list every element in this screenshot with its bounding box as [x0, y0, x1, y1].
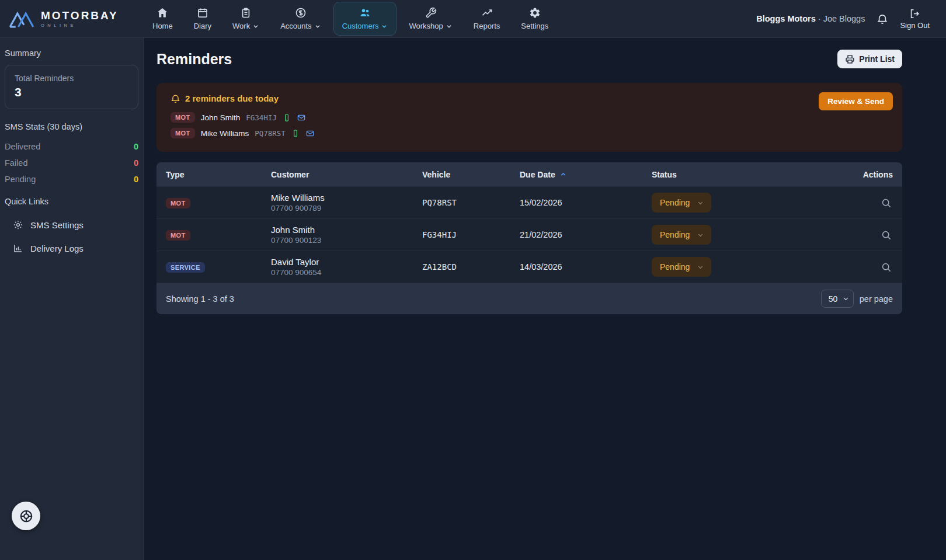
banner-title: 2 reminders due today [171, 93, 888, 103]
motorbay-logo-icon [8, 9, 35, 29]
clipboard-icon [240, 7, 252, 19]
top-bar: MOTORBAY ONLINE Home Diary Work Accounts… [0, 0, 946, 38]
chevron-down-icon [697, 263, 704, 271]
sort-ascending-icon [559, 171, 567, 178]
nav-item-home[interactable]: Home [144, 2, 182, 36]
users-icon [359, 7, 371, 19]
customer-phone: 07700 900654 [271, 268, 422, 277]
search-icon [881, 229, 892, 241]
vehicle-registration: FG34HIJ [422, 230, 520, 239]
help-button[interactable] [12, 502, 40, 530]
total-reminders-value: 3 [15, 85, 128, 99]
nav-item-reports[interactable]: Reports [465, 2, 509, 36]
search-icon [881, 197, 892, 208]
total-reminders-label: Total Reminders [15, 74, 128, 83]
send-sms-button[interactable] [291, 129, 300, 138]
nav-label: Diary [194, 22, 211, 30]
chevron-down-icon [446, 23, 453, 30]
print-list-label: Print List [859, 54, 895, 64]
printer-icon [845, 54, 855, 64]
customer-name: David Taylor [271, 257, 422, 267]
search-icon [881, 262, 892, 273]
due-today-banner: 2 reminders due today MOT John Smith FG3… [156, 83, 902, 152]
stat-label: Failed [5, 158, 28, 168]
review-send-button[interactable]: Review & Send [819, 92, 893, 110]
trend-chart-icon [481, 7, 493, 19]
print-list-button[interactable]: Print List [837, 50, 902, 68]
nav-item-diary[interactable]: Diary [185, 2, 220, 36]
nav-item-settings[interactable]: Settings [512, 2, 557, 36]
bar-chart-icon [13, 243, 23, 253]
nav-item-workshop[interactable]: Workshop [400, 2, 461, 36]
nav-label: Customers [342, 22, 388, 30]
send-sms-button[interactable] [283, 113, 291, 122]
banner-reminder-item: MOT Mike Williams PQ78RST [171, 128, 888, 138]
send-email-button[interactable] [305, 129, 315, 138]
sidebar: Summary Total Reminders 3 SMS Stats (30 … [0, 38, 144, 560]
bell-icon [877, 13, 888, 25]
brand-name: MOTORBAY [41, 10, 119, 21]
vehicle-registration: FG34HIJ [246, 113, 277, 122]
customer-name: Mike Williams [201, 129, 249, 138]
stat-row-delivered: Delivered 0 [5, 138, 138, 155]
stat-row-failed: Failed 0 [5, 155, 138, 171]
quick-links-title: Quick Links [5, 197, 138, 206]
column-header-type[interactable]: Type [166, 170, 271, 179]
view-reminder-button[interactable] [879, 196, 893, 210]
due-date: 15/02/2026 [520, 198, 652, 207]
nav-item-work[interactable]: Work [224, 2, 268, 36]
send-email-button[interactable] [297, 113, 306, 122]
alert-bell-icon [171, 93, 180, 103]
column-header-actions: Actions [799, 170, 893, 179]
gear-icon [529, 7, 541, 19]
column-header-vehicle[interactable]: Vehicle [422, 170, 520, 179]
banner-title-text: 2 reminders due today [185, 93, 279, 103]
view-reminder-button[interactable] [879, 260, 893, 274]
table-footer: Showing 1 - 3 of 3 50 per page [156, 283, 902, 314]
nav-item-customers[interactable]: Customers [333, 2, 397, 36]
table-row: MOT John Smith 07700 900123 FG34HIJ 21/0… [156, 218, 902, 251]
nav-label: Accounts [280, 22, 321, 30]
status-select[interactable]: Pending [652, 257, 711, 277]
view-reminder-button[interactable] [879, 228, 893, 242]
banner-reminder-item: MOT John Smith FG34HIJ [171, 112, 888, 123]
stat-value: 0 [134, 175, 138, 184]
per-page-select[interactable]: 50 [821, 290, 854, 308]
total-reminders-card: Total Reminders 3 [5, 65, 138, 109]
nav-label: Work [232, 22, 259, 30]
sign-out-icon [909, 8, 920, 19]
mail-icon [305, 129, 315, 138]
chevron-down-icon [697, 199, 704, 207]
column-header-customer[interactable]: Customer [271, 170, 422, 179]
sign-out-button[interactable]: Sign Out [900, 8, 930, 30]
showing-count: Showing 1 - 3 of 3 [166, 294, 234, 304]
column-label: Due Date [520, 170, 555, 179]
main-nav: Home Diary Work Accounts Customers Works… [144, 0, 557, 37]
column-header-status[interactable]: Status [652, 170, 799, 179]
banner-items: MOT John Smith FG34HIJ MOT Mike William [171, 112, 888, 138]
quick-link-label: SMS Settings [30, 220, 84, 230]
status-select[interactable]: Pending [652, 225, 711, 245]
customer-name: John Smith [271, 225, 422, 235]
vehicle-registration: PQ78RST [422, 198, 520, 207]
sidebar-item-sms-settings[interactable]: SMS Settings [5, 213, 138, 236]
chevron-down-icon [252, 23, 259, 30]
column-header-due-date[interactable]: Due Date [520, 170, 652, 179]
stat-label: Delivered [5, 142, 40, 151]
status-value: Pending [660, 262, 690, 272]
nav-item-accounts[interactable]: Accounts [272, 2, 329, 36]
notifications-button[interactable] [877, 13, 888, 25]
reminders-table: Type Customer Vehicle Due Date Status Ac… [156, 162, 902, 314]
sidebar-item-delivery-logs[interactable]: Delivery Logs [5, 236, 138, 260]
nav-label: Home [152, 22, 173, 30]
brand-logo: MOTORBAY ONLINE [8, 9, 144, 29]
summary-title: Summary [5, 48, 138, 58]
status-select[interactable]: Pending [652, 193, 711, 213]
stat-value: 0 [134, 158, 138, 168]
nav-label: Settings [521, 22, 548, 30]
chevron-down-icon [697, 231, 704, 239]
company-name: Bloggs Motors [756, 14, 816, 23]
phone-icon [283, 113, 291, 122]
type-badge: MOT [171, 128, 195, 138]
vehicle-registration: PQ78RST [255, 129, 286, 138]
